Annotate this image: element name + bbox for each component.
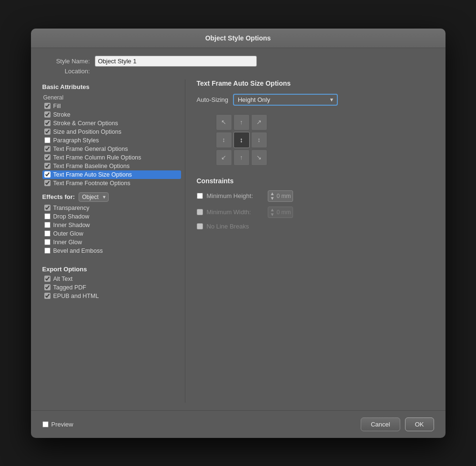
- preview-checkbox[interactable]: [42, 421, 49, 427]
- anchor-s[interactable]: ↑: [233, 149, 250, 166]
- checkbox-size-pos[interactable]: Size and Position Options: [42, 128, 181, 136]
- anchor-se[interactable]: ↘: [251, 149, 267, 166]
- constraints-title: Constraints: [197, 177, 434, 185]
- checkbox-outer-glow[interactable]: Outer Glow: [42, 229, 181, 238]
- panel-title: Text Frame Auto Size Options: [197, 79, 434, 87]
- basic-attributes-heading: Basic Attributes: [42, 83, 181, 90]
- checkbox-tf-column[interactable]: Text Frame Column Rule Options: [42, 153, 181, 162]
- min-width-checkbox[interactable]: [197, 209, 203, 215]
- dialog-title: Object Style Options: [31, 29, 446, 48]
- checkbox-epub-html[interactable]: EPUB and HTML: [42, 292, 181, 300]
- min-height-value: 0 mm: [276, 193, 291, 199]
- min-height-label: Minimum Height:: [207, 192, 264, 199]
- width-spin-arrows[interactable]: ▲ ▼: [270, 208, 275, 217]
- preview-row: Preview: [42, 421, 73, 428]
- auto-sizing-select[interactable]: None Height Only Width Only Height and W…: [233, 94, 338, 106]
- no-line-breaks-label: No Line Breaks: [207, 223, 249, 230]
- bottom-bar: Preview Cancel OK: [31, 410, 446, 438]
- min-width-spinner[interactable]: ▲ ▼ 0 mm: [268, 207, 294, 218]
- checkbox-tagged-pdf[interactable]: Tagged PDF: [42, 283, 181, 292]
- anchor-center[interactable]: ↕: [233, 132, 250, 148]
- min-width-value: 0 mm: [276, 209, 291, 216]
- anchor-sw[interactable]: ↙: [216, 149, 232, 166]
- checkbox-bevel-emboss[interactable]: Bevel and Emboss: [42, 247, 181, 255]
- export-heading: Export Options: [42, 266, 181, 273]
- checkbox-fill[interactable]: Fill: [42, 102, 181, 110]
- checkbox-alt-text[interactable]: Alt Text: [42, 275, 181, 283]
- style-name-input[interactable]: [95, 56, 257, 67]
- checkbox-para-styles[interactable]: Paragraph Styles: [42, 136, 181, 145]
- button-group: Cancel OK: [361, 417, 434, 431]
- anchor-n[interactable]: ↑: [233, 114, 250, 130]
- min-width-label: Minimum Width:: [207, 208, 264, 216]
- anchor-nw[interactable]: ↖: [216, 114, 232, 130]
- checkbox-tf-general[interactable]: Text Frame General Options: [42, 145, 181, 153]
- checkbox-tf-footnote[interactable]: Text Frame Footnote Options: [42, 179, 181, 188]
- anchor-ne[interactable]: ↗: [251, 114, 267, 130]
- style-name-label: Style Name:: [42, 58, 90, 65]
- location-label: Location:: [42, 68, 90, 75]
- auto-sizing-label: Auto-Sizing: [197, 96, 228, 103]
- anchor-w[interactable]: ↕: [216, 132, 232, 148]
- checkbox-stroke-corner[interactable]: Stroke & Corner Options: [42, 119, 181, 128]
- height-spin-arrows[interactable]: ▲ ▼: [270, 191, 275, 201]
- checkbox-tf-baseline[interactable]: Text Frame Baseline Options: [42, 162, 181, 170]
- general-heading: General: [42, 94, 181, 101]
- cancel-button[interactable]: Cancel: [361, 417, 400, 431]
- min-height-checkbox[interactable]: [197, 193, 203, 199]
- checkbox-inner-shadow[interactable]: Inner Shadow: [42, 221, 181, 229]
- effects-label: Effects for:: [42, 193, 75, 200]
- checkbox-transparency[interactable]: Transparency: [42, 204, 181, 212]
- object-style-options-dialog: Object Style Options Style Name: Locatio…: [31, 29, 446, 438]
- min-height-spinner[interactable]: ▲ ▼ 0 mm: [268, 190, 294, 202]
- ok-button[interactable]: OK: [405, 417, 434, 431]
- preview-label: Preview: [51, 421, 73, 428]
- effects-select[interactable]: Object Fill Stroke Text: [79, 192, 109, 202]
- checkbox-inner-glow[interactable]: Inner Glow: [42, 238, 181, 247]
- checkbox-tf-autosize[interactable]: Text Frame Auto Size Options: [42, 170, 181, 179]
- checkbox-stroke[interactable]: Stroke: [42, 110, 181, 119]
- anchor-e[interactable]: ↕: [251, 132, 267, 148]
- no-line-breaks-checkbox[interactable]: [197, 223, 203, 229]
- checkbox-drop-shadow[interactable]: Drop Shadow: [42, 212, 181, 221]
